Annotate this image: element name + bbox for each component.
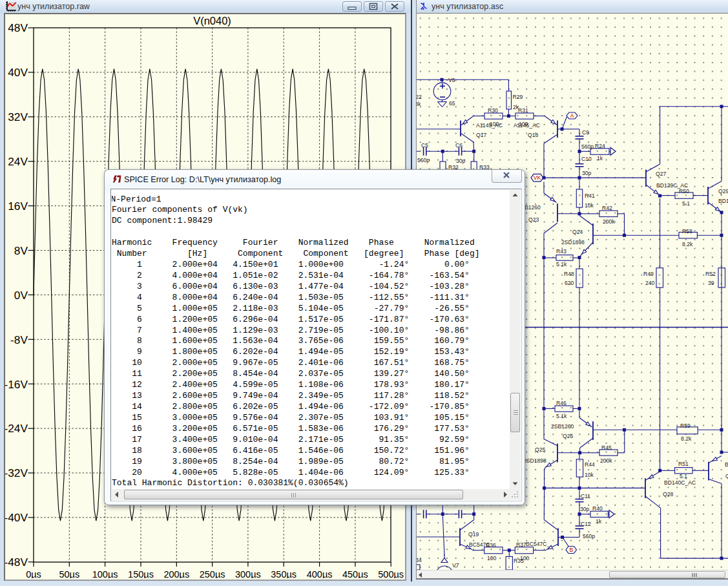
svg-text:5.1: 5.1 bbox=[680, 473, 687, 479]
svg-text:R34: R34 bbox=[417, 557, 422, 563]
svg-text:8.2k: 8.2k bbox=[682, 241, 693, 247]
svg-text:BD1: BD1 bbox=[718, 198, 728, 204]
svg-text:-24V: -24V bbox=[5, 422, 28, 435]
svg-text:R52: R52 bbox=[705, 271, 716, 277]
svg-text:Q27: Q27 bbox=[656, 171, 666, 177]
svg-text:32V: 32V bbox=[8, 110, 28, 123]
svg-text:R58: R58 bbox=[682, 228, 692, 235]
svg-text:Q23: Q23 bbox=[528, 216, 539, 223]
svg-text:24V: 24V bbox=[8, 155, 28, 168]
svg-text:C5: C5 bbox=[421, 142, 428, 149]
svg-text:0V: 0V bbox=[14, 289, 28, 302]
svg-text:R59: R59 bbox=[680, 423, 691, 429]
svg-text:R37: R37 bbox=[516, 541, 526, 548]
svg-text:R50: R50 bbox=[679, 188, 689, 194]
svg-text:R51: R51 bbox=[678, 461, 689, 467]
svg-text:-32V: -32V bbox=[5, 466, 28, 479]
svg-text:200k: 200k bbox=[600, 457, 612, 464]
svg-text:A: A bbox=[570, 112, 574, 119]
svg-text:30p: 30p bbox=[456, 158, 466, 164]
svg-text:250µs: 250µs bbox=[200, 569, 225, 578]
svg-text:R48: R48 bbox=[564, 271, 574, 277]
svg-text:100µs: 100µs bbox=[92, 569, 118, 578]
svg-text:C6: C6 bbox=[455, 142, 463, 149]
svg-text:560p: 560p bbox=[417, 157, 430, 163]
svg-text:B: B bbox=[569, 547, 573, 553]
svg-text:100: 100 bbox=[487, 555, 497, 561]
svg-text:200µs: 200µs bbox=[163, 569, 189, 578]
svg-text:500µs: 500µs bbox=[378, 569, 404, 578]
svg-text:400µs: 400µs bbox=[307, 569, 333, 578]
svg-text:-16V: -16V bbox=[5, 378, 28, 391]
svg-text:BC547C_: BC547C_ bbox=[526, 541, 550, 547]
svg-text:R40: R40 bbox=[592, 505, 603, 512]
svg-text:A1145_AC: A1145_AC bbox=[476, 122, 503, 129]
svg-text:5.1: 5.1 bbox=[682, 200, 690, 207]
svg-text:R35: R35 bbox=[514, 558, 524, 564]
svg-text:C10: C10 bbox=[581, 156, 592, 162]
svg-text:B1260: B1260 bbox=[525, 204, 541, 211]
svg-text:V7: V7 bbox=[452, 562, 459, 569]
svg-text:R49: R49 bbox=[643, 271, 654, 277]
svg-text:5.1k: 5.1k bbox=[556, 261, 567, 267]
svg-text:40V: 40V bbox=[8, 66, 28, 79]
svg-text:R29: R29 bbox=[513, 94, 523, 100]
svg-text:0µs: 0µs bbox=[26, 569, 41, 578]
svg-text:2SB1260: 2SB1260 bbox=[551, 423, 574, 430]
svg-text:48V: 48V bbox=[8, 21, 28, 34]
svg-text:A1145_AC: A1145_AC bbox=[514, 122, 540, 129]
svg-text:Q26: Q26 bbox=[563, 433, 573, 439]
svg-text:30p: 30p bbox=[582, 170, 592, 176]
svg-text:450µs: 450µs bbox=[342, 569, 368, 578]
svg-text:300µs: 300µs bbox=[235, 569, 261, 578]
svg-text:V6: V6 bbox=[448, 77, 455, 83]
svg-text:B: B bbox=[725, 461, 728, 468]
svg-text:R43: R43 bbox=[556, 248, 567, 255]
svg-text:Q17: Q17 bbox=[476, 132, 486, 138]
svg-text:240: 240 bbox=[645, 280, 655, 286]
svg-text:39: 39 bbox=[708, 280, 714, 286]
svg-text:10k: 10k bbox=[585, 472, 594, 478]
svg-text:5.1k: 5.1k bbox=[556, 413, 567, 419]
svg-text:350µs: 350µs bbox=[271, 569, 296, 578]
svg-text:150µs: 150µs bbox=[128, 569, 154, 578]
svg-text:-8V: -8V bbox=[10, 333, 28, 346]
svg-text:1k: 1k bbox=[597, 155, 603, 162]
svg-text:1k: 1k bbox=[596, 518, 602, 525]
svg-text:65: 65 bbox=[449, 100, 455, 107]
svg-text:-48V: -48V bbox=[5, 556, 28, 569]
svg-text:50µs: 50µs bbox=[59, 569, 79, 578]
svg-text:200k: 200k bbox=[603, 218, 615, 225]
svg-text:560p: 560p bbox=[581, 143, 594, 150]
svg-text:2SD1898: 2SD1898 bbox=[523, 457, 546, 464]
svg-text:R41: R41 bbox=[585, 193, 595, 199]
svg-text:VK: VK bbox=[534, 174, 541, 181]
svg-text:R45: R45 bbox=[601, 445, 612, 451]
svg-text:16V: 16V bbox=[8, 200, 28, 213]
svg-text:C9: C9 bbox=[582, 129, 589, 136]
svg-text:2SD1898: 2SD1898 bbox=[561, 239, 585, 246]
svg-text:R30: R30 bbox=[488, 107, 498, 114]
svg-text:R22: R22 bbox=[417, 94, 422, 100]
svg-text:Q19: Q19 bbox=[468, 531, 479, 538]
svg-text:R24: R24 bbox=[595, 143, 605, 149]
svg-text:V(n040): V(n040) bbox=[193, 15, 231, 26]
svg-text:Q24: Q24 bbox=[572, 229, 583, 235]
svg-text:10k: 10k bbox=[585, 202, 594, 209]
svg-text:R46: R46 bbox=[556, 400, 567, 406]
svg-text:R44: R44 bbox=[585, 461, 595, 468]
svg-text:8.2k: 8.2k bbox=[681, 435, 692, 442]
svg-text:Q18: Q18 bbox=[528, 132, 538, 138]
svg-text:BD140C_AC: BD140C_AC bbox=[664, 479, 696, 486]
svg-text:C11: C11 bbox=[581, 493, 590, 499]
svg-text:Q25: Q25 bbox=[535, 446, 545, 453]
svg-text:Q28: Q28 bbox=[663, 491, 673, 497]
svg-text:30p: 30p bbox=[580, 506, 590, 512]
svg-text:Q: Q bbox=[725, 473, 728, 479]
svg-text:C12: C12 bbox=[581, 521, 591, 527]
svg-text:R31: R31 bbox=[518, 107, 528, 114]
svg-text:Q29: Q29 bbox=[718, 188, 728, 194]
svg-text:620: 620 bbox=[565, 280, 574, 286]
svg-text:8V: 8V bbox=[14, 244, 28, 257]
svg-text:-40V: -40V bbox=[5, 511, 28, 524]
